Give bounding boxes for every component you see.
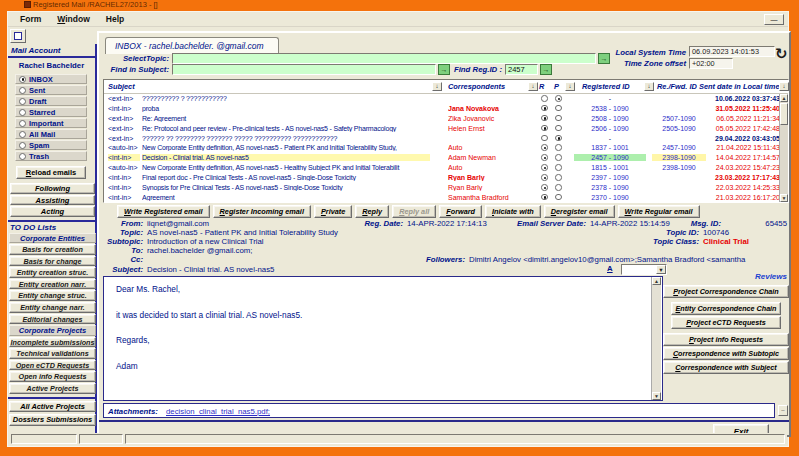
folder-radio[interactable] [19, 142, 26, 149]
reload-emails-button[interactable]: Reload emails [16, 166, 86, 179]
review-button[interactable]: Entity Correspondence Chain [671, 302, 781, 315]
role-button[interactable]: Acting [10, 206, 95, 217]
email-row[interactable]: <int-in> proba Jana Novakova 2538 - 1090… [104, 104, 788, 114]
p-radio[interactable] [555, 125, 562, 132]
todo-list-button[interactable]: Active Projects [9, 383, 96, 394]
todo-list-button[interactable]: Basis for change [9, 256, 96, 267]
todo-list-button[interactable]: Open info Requests [9, 371, 96, 382]
p-radio[interactable] [555, 174, 562, 181]
folder-item[interactable]: Draft [15, 96, 87, 106]
r-radio[interactable] [541, 95, 548, 102]
folder-item[interactable]: Starred [15, 107, 87, 117]
todo-list-button[interactable]: Entity change struc. [9, 290, 96, 301]
sidebar-bottom-button[interactable]: Dossiers Submissions [9, 414, 96, 426]
folder-radio[interactable] [19, 120, 26, 127]
todo-list-button[interactable]: Open eCTD Requests [9, 360, 96, 371]
role-button[interactable]: Assisting [10, 195, 95, 206]
toolbar-button[interactable]: Write Registered email [117, 205, 210, 218]
r-radio[interactable] [541, 144, 548, 151]
todo-list-button[interactable]: Entity creation struc. [9, 267, 96, 278]
form-toolbar-icon[interactable] [10, 29, 26, 43]
p-radio[interactable] [555, 194, 562, 201]
sort-date-icon[interactable]: ↓ [779, 82, 789, 91]
email-row[interactable]: <ext-in> Re: Protocol and peer review - … [104, 124, 788, 134]
review-button[interactable]: Correspondence with Subject [663, 361, 789, 374]
folder-item[interactable]: All Mail [15, 129, 87, 139]
menu-item[interactable]: Help [106, 14, 124, 24]
r-radio[interactable] [541, 164, 548, 171]
sort-regid-icon[interactable]: ↓ [644, 82, 654, 91]
folder-radio[interactable] [19, 131, 26, 138]
col-p[interactable]: P [554, 82, 559, 91]
toolbar-button[interactable]: Register Incoming email [213, 205, 311, 218]
email-row[interactable]: <auto-in> New Corporate Entity definitio… [104, 143, 788, 153]
col-subject[interactable]: Subject [108, 82, 135, 91]
p-radio[interactable] [555, 135, 562, 142]
toolbar-button[interactable]: Write Regular email [618, 205, 700, 218]
toolbar-button[interactable]: Deregister email [544, 205, 615, 218]
attachments-widget[interactable]: – [778, 405, 788, 416]
sort-correspondents-icon[interactable]: ↓ [528, 82, 538, 91]
review-button[interactable]: Project eCTD Requests [671, 316, 781, 329]
review-button[interactable]: Project Correspondence Chain [663, 285, 789, 298]
todo-list-button[interactable]: Entity creation narr. [9, 279, 96, 290]
find-regid-go-icon[interactable]: → [540, 64, 552, 75]
p-radio[interactable] [555, 184, 562, 191]
r-radio[interactable] [541, 125, 548, 132]
menu-item[interactable]: Window [57, 14, 90, 24]
scroll-down-icon[interactable]: ▼ [652, 392, 661, 400]
folder-item[interactable]: Important [15, 118, 87, 128]
r-radio[interactable] [541, 184, 548, 191]
col-r[interactable]: R [539, 82, 544, 91]
r-radio[interactable] [541, 105, 548, 112]
email-row[interactable]: <ext-in> ?????????? ? ??????????? - 10.0… [104, 94, 788, 104]
todo-list-button[interactable]: Entity change narr. [9, 302, 96, 313]
col-sent-date[interactable]: Sent date in Local time [699, 82, 780, 91]
select-topic-input[interactable] [172, 53, 596, 64]
r-radio[interactable] [541, 174, 548, 181]
review-button[interactable]: Correspondence with Subtopic [663, 347, 789, 360]
folder-item[interactable]: Sent [15, 85, 87, 95]
p-radio[interactable] [555, 105, 562, 112]
folder-radio[interactable] [19, 109, 26, 116]
inbox-tab[interactable]: INBOX - rachel.bachelder. @gmail.com [105, 37, 279, 54]
col-correspondents[interactable]: Correspondents [448, 82, 505, 91]
menu-item[interactable]: Form [20, 14, 41, 24]
message-body[interactable]: Dear Ms. Rachel, it was decided to start… [103, 276, 663, 401]
scroll-down-icon[interactable]: ▼ [780, 194, 788, 202]
role-button[interactable]: Following [10, 183, 95, 194]
folder-radio[interactable] [19, 87, 26, 94]
review-button[interactable]: Project info Requests [663, 333, 789, 346]
r-radio[interactable] [541, 135, 548, 142]
p-radio[interactable] [555, 115, 562, 122]
folder-item[interactable]: INBOX [15, 74, 87, 84]
email-row[interactable]: <ext-in> ?????? ?? ???????? ??????? ????… [104, 134, 788, 144]
email-row[interactable]: <int-in> Decision - Clinial trial. AS no… [104, 153, 788, 163]
p-radio[interactable] [555, 95, 562, 102]
table-scrollbar[interactable]: ▲ ▼ [779, 94, 788, 202]
folder-radio[interactable] [19, 98, 26, 105]
col-refwd-id[interactable]: Re./Fwd. ID [657, 82, 697, 91]
find-regid-input[interactable]: 2457 [505, 64, 538, 75]
email-row[interactable]: <ext-in> Re: Agreement Zika Jovanovic 25… [104, 114, 788, 124]
minimize-icon[interactable]: — [764, 14, 784, 25]
todo-list-button[interactable]: Basis for creation [9, 244, 96, 255]
todo-list-button[interactable]: Technical validations [9, 348, 96, 359]
p-radio[interactable] [555, 144, 562, 151]
attachment-link[interactable]: decision_clinal_trial_nas5.pdf; [166, 407, 270, 416]
body-scrollbar[interactable]: ▲ ▼ [651, 277, 661, 400]
sort-subject-icon[interactable]: ↓ [432, 82, 442, 91]
toolbar-button[interactable]: Iniciate with [485, 205, 541, 218]
p-radio[interactable] [555, 164, 562, 171]
r-radio[interactable] [541, 154, 548, 161]
toolbar-button[interactable]: Forward [439, 205, 482, 218]
folder-item[interactable]: Trash [15, 151, 87, 161]
r-radio[interactable] [541, 115, 548, 122]
folder-radio[interactable] [19, 153, 26, 160]
email-row[interactable]: <int-in> Final report doc - Pre Clinical… [104, 173, 788, 183]
todo-list-button[interactable]: Editorial changes [9, 314, 96, 325]
folder-radio[interactable] [19, 76, 26, 83]
toolbar-button[interactable]: Private [314, 205, 352, 218]
col-registered-id[interactable]: Registered ID [582, 82, 630, 91]
todo-list-button[interactable]: Incomplete submissions [9, 337, 96, 348]
